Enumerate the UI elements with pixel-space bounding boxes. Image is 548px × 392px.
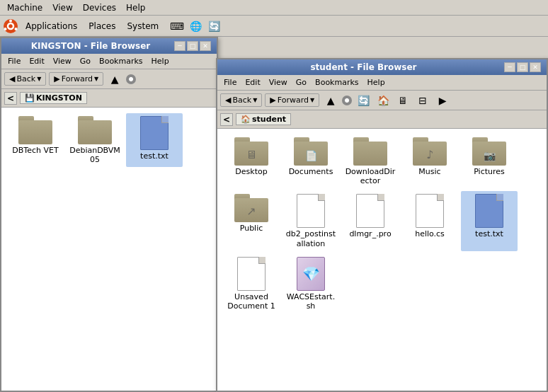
student-maximize[interactable]: □	[517, 62, 528, 72]
kingston-minimize[interactable]: ─	[174, 41, 185, 51]
kingston-forward-label: Forward	[62, 74, 93, 83]
student-stop-btn[interactable]: ●	[342, 96, 352, 105]
dlmgr-label: dlmgr_.pro	[349, 229, 391, 238]
student-location-crumb[interactable]: 🏠 student	[236, 113, 291, 125]
hellocs-label: hello.cs	[415, 229, 445, 238]
kingston-back-btn[interactable]: ◀ Back ▼	[4, 72, 46, 86]
view-menu[interactable]: View	[48, 1, 76, 14]
student-forward-btn[interactable]: ▶ Forward ▼	[265, 93, 319, 107]
student-back-btn[interactable]: ◀ Back ▼	[220, 93, 262, 107]
public-folder-icon: ↗	[234, 194, 268, 222]
network-icon[interactable]: 🌐	[187, 18, 204, 35]
student-up-btn[interactable]: ▲	[322, 93, 339, 108]
kingston-location-label: KINGSTON	[36, 93, 82, 103]
kingston-view-menu[interactable]: View	[50, 55, 75, 67]
ubuntu-logo	[3, 18, 18, 34]
student-home-btn[interactable]: 🏠	[375, 93, 392, 108]
student-location-toggle[interactable]: <	[220, 113, 233, 126]
kingston-window-controls: ─ □ ✕	[174, 41, 211, 51]
kingston-window: KINGSTON - File Browser ─ □ ✕ File Edit …	[0, 37, 218, 392]
student-next-btn[interactable]: ▶	[434, 93, 451, 108]
student-item-unsaved[interactable]: Unsaved Document 1	[223, 254, 280, 313]
student-item-pictures[interactable]: 📷 Pictures	[461, 134, 518, 188]
pictures-label: Pictures	[474, 167, 505, 176]
public-label: Public	[240, 224, 263, 233]
student-item-downloaddirector[interactable]: DownloadDirector	[342, 134, 399, 188]
app-bar-icons: ⌨ 🌐 🔄	[169, 18, 222, 35]
student-help-menu[interactable]: Help	[364, 76, 389, 88]
documents-folder-icon: 📄	[294, 137, 328, 166]
student-file-menu[interactable]: File	[220, 76, 240, 88]
student-minimize[interactable]: ─	[504, 62, 515, 72]
kingston-maximize[interactable]: □	[187, 41, 198, 51]
back-dropdown-arrow: ▼	[37, 76, 41, 82]
system-menubar: Machine View Devices Help	[0, 0, 548, 16]
hellocs-icon	[416, 194, 444, 228]
places-menu[interactable]: Places	[84, 19, 120, 33]
student-window: student - File Browser ─ □ ✕ File Edit V…	[216, 58, 548, 392]
machine-menu[interactable]: Machine	[3, 1, 47, 14]
student-menubar: File Edit View Go Bookmarks Help	[217, 75, 547, 91]
student-item-documents[interactable]: 📄 Documents	[282, 134, 339, 188]
applications-menu[interactable]: Applications	[21, 19, 81, 33]
forward-right-arrow: ▶	[54, 74, 59, 83]
student-title: student - File Browser	[223, 62, 504, 72]
student-split-btn[interactable]: ⊟	[414, 93, 431, 108]
system-menu[interactable]: System	[122, 19, 163, 33]
student-bookmarks-menu[interactable]: Bookmarks	[312, 76, 362, 88]
student-item-desktop[interactable]: 🖥 Desktop	[223, 134, 280, 188]
student-item-dlmgr[interactable]: dlmgr_.pro	[342, 191, 399, 250]
kingston-help-menu[interactable]: Help	[148, 55, 173, 67]
kingston-file-menu[interactable]: File	[4, 55, 24, 67]
back-left-arrow: ◀	[9, 74, 15, 83]
dbtechvet-label: DBTech VET	[12, 146, 58, 155]
student-edit-menu[interactable]: Edit	[241, 76, 263, 88]
kingston-go-menu[interactable]: Go	[76, 55, 94, 67]
devices-menu[interactable]: Devices	[79, 1, 120, 14]
student-go-menu[interactable]: Go	[292, 76, 310, 88]
student-refresh-btn[interactable]: 🔄	[355, 93, 372, 108]
desktop-folder-icon: 🖥	[234, 137, 268, 166]
kingston-stop-btn[interactable]: ●	[126, 74, 136, 84]
kingston-file-area: DBTech VET DebianDBVM05 test.txt	[1, 108, 217, 391]
kingston-item-testtxt[interactable]: test.txt	[126, 113, 183, 167]
help-menu-top[interactable]: Help	[122, 1, 149, 14]
music-label: Music	[418, 167, 440, 176]
public-overlay: ↗	[246, 204, 256, 218]
kingston-close[interactable]: ✕	[200, 41, 211, 51]
keyboard-icon[interactable]: ⌨	[169, 18, 185, 35]
kingston-item-dbtechvet[interactable]: DBTech VET	[7, 113, 64, 167]
pictures-overlay: 📷	[484, 150, 496, 161]
student-item-wacsestart[interactable]: 💎 WACSEstart.sh	[282, 254, 339, 313]
dlmgr-icon	[356, 194, 384, 228]
kingston-edit-menu[interactable]: Edit	[25, 55, 47, 67]
student-testtxt-icon	[475, 194, 503, 228]
student-view-menu[interactable]: View	[266, 76, 291, 88]
kingston-location-crumb[interactable]: 💾 KINGSTON	[20, 92, 87, 104]
music-overlay: ♪	[426, 148, 433, 161]
kingston-bookmarks-menu[interactable]: Bookmarks	[96, 55, 146, 67]
kingston-back-label: Back	[16, 74, 35, 83]
update-icon[interactable]: 🔄	[205, 18, 222, 35]
student-item-public[interactable]: ↗ Public	[223, 191, 280, 250]
db2post-icon	[297, 194, 325, 228]
kingston-forward-btn[interactable]: ▶ Forward ▼	[49, 72, 103, 86]
kingston-title: KINGSTON - File Browser	[7, 41, 174, 51]
svg-point-4	[4, 28, 7, 30]
student-item-testtxt[interactable]: test.txt	[461, 191, 518, 250]
student-computer-btn[interactable]: 🖥	[394, 93, 411, 108]
student-item-db2post[interactable]: db2_postinstallation	[282, 191, 339, 250]
kingston-up-btn[interactable]: ▲	[106, 71, 123, 87]
student-item-hellocs[interactable]: hello.cs	[401, 191, 458, 250]
forward-dropdown-arrow: ▼	[94, 76, 98, 82]
kingston-item-debiandbvm05[interactable]: DebianDBVM05	[67, 113, 123, 167]
kingston-menubar: File Edit View Go Bookmarks Help	[1, 54, 217, 69]
student-item-music[interactable]: ♪ Music	[401, 134, 458, 188]
student-file-area: 🖥 Desktop 📄 Documents DownloadDirector	[217, 129, 547, 391]
student-toolbar: ◀ Back ▼ ▶ Forward ▼ ▲ ● 🔄 🏠 🖥 ⊟ ▶	[217, 91, 547, 110]
student-close[interactable]: ✕	[530, 62, 541, 72]
kingston-location-toggle[interactable]: <	[4, 92, 17, 105]
kingston-titlebar: KINGSTON - File Browser ─ □ ✕	[1, 38, 217, 54]
pictures-folder-icon: 📷	[472, 137, 506, 166]
desktop-label: Desktop	[235, 167, 267, 176]
